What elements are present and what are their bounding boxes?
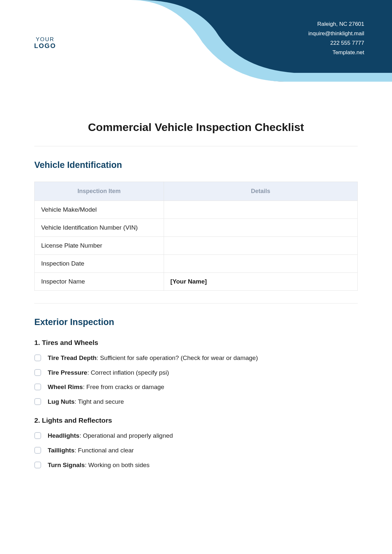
contact-location: Raleigh, NC 27601: [308, 20, 364, 29]
header-contact-block: Raleigh, NC 27601 inquire@thinklight.mai…: [308, 20, 364, 57]
check-label: Wheel Rims: [48, 383, 83, 390]
table-row: Inspector Name [Your Name]: [35, 273, 358, 291]
checkbox-icon[interactable]: [34, 354, 41, 361]
checkbox-icon[interactable]: [34, 447, 41, 454]
check-desc: : Working on both sides: [85, 462, 150, 468]
cell-item: Vehicle Make/Model: [35, 201, 164, 219]
list-item: Turn Signals: Working on both sides: [34, 461, 358, 470]
check-label: Turn Signals: [48, 462, 85, 468]
cell-item: Inspection Date: [35, 255, 164, 273]
table-row: License Plate Number: [35, 237, 358, 255]
vehicle-identification-table: Inspection Item Details Vehicle Make/Mod…: [34, 182, 358, 291]
cell-item: License Plate Number: [35, 237, 164, 255]
page-title: Commercial Vehicle Inspection Checklist: [34, 121, 358, 134]
check-desc: : Operational and properly aligned: [79, 432, 173, 439]
table-header-details: Details: [164, 182, 357, 201]
table-row: Inspection Date: [35, 255, 358, 273]
check-desc: : Correct inflation (specify psi): [87, 369, 169, 376]
check-desc: : Functional and clear: [74, 447, 134, 454]
checkbox-icon[interactable]: [34, 462, 41, 468]
contact-site: Template.net: [308, 48, 364, 57]
divider: [34, 303, 358, 303]
check-label: Tire Pressure: [48, 369, 87, 376]
subsection-tires-wheels: 1. Tires and Wheels: [34, 339, 358, 347]
list-item: Tire Tread Depth: Sufficient for safe op…: [34, 354, 358, 363]
cell-item: Inspector Name: [35, 273, 164, 291]
section-exterior-inspection: Exterior Inspection: [34, 317, 358, 327]
cell-item: Vehicle Identification Number (VIN): [35, 219, 164, 237]
checklist-lights-reflectors: Headlights: Operational and properly ali…: [34, 432, 358, 469]
cell-details[interactable]: [164, 255, 357, 273]
cell-details[interactable]: [164, 201, 357, 219]
checkbox-icon[interactable]: [34, 369, 41, 376]
check-label: Headlights: [48, 432, 79, 439]
list-item: Lug Nuts: Tight and secure: [34, 398, 358, 406]
checkbox-icon[interactable]: [34, 432, 41, 439]
cell-details[interactable]: [164, 237, 357, 255]
contact-phone: 222 555 7777: [308, 39, 364, 48]
cell-details[interactable]: [164, 219, 357, 237]
check-desc: : Tight and secure: [74, 398, 124, 405]
divider: [34, 146, 358, 146]
list-item: Headlights: Operational and properly ali…: [34, 432, 358, 440]
logo-text-top: YOUR: [36, 36, 54, 43]
checklist-tires-wheels: Tire Tread Depth: Sufficient for safe op…: [34, 354, 358, 406]
checkbox-icon[interactable]: [34, 398, 41, 405]
cell-details[interactable]: [Your Name]: [164, 273, 357, 291]
check-desc: : Free from cracks or damage: [83, 383, 164, 390]
logo-placeholder: YOUR LOGO: [24, 22, 66, 63]
list-item: Wheel Rims: Free from cracks or damage: [34, 383, 358, 392]
check-label: Tire Tread Depth: [48, 354, 97, 361]
check-label: Lug Nuts: [48, 398, 74, 405]
checkbox-icon[interactable]: [34, 383, 41, 390]
section-vehicle-identification: Vehicle Identification: [34, 160, 358, 170]
table-row: Vehicle Identification Number (VIN): [35, 219, 358, 237]
subsection-lights-reflectors: 2. Lights and Reflectors: [34, 416, 358, 424]
logo-text-bottom: LOGO: [34, 42, 56, 50]
table-row: Vehicle Make/Model: [35, 201, 358, 219]
list-item: Tire Pressure: Correct inflation (specif…: [34, 368, 358, 377]
table-header-item: Inspection Item: [35, 182, 164, 201]
check-label: Taillights: [48, 447, 74, 454]
list-item: Taillights: Functional and clear: [34, 446, 358, 455]
contact-email: inquire@thinklight.mail: [308, 29, 364, 39]
check-desc: : Sufficient for safe operation? (Check …: [97, 354, 258, 361]
